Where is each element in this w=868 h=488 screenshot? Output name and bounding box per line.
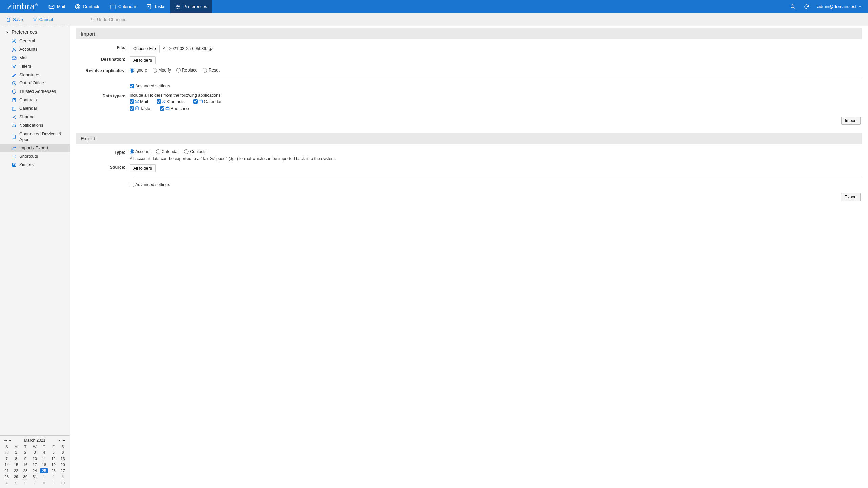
- cancel-button[interactable]: Cancel: [29, 17, 56, 22]
- sidebar-item-notifications[interactable]: Notifications: [0, 121, 70, 130]
- cal-next-month-icon[interactable]: [58, 439, 61, 442]
- tab-contacts[interactable]: Contacts: [70, 0, 105, 13]
- mini-cal-day[interactable]: 19: [49, 462, 58, 468]
- mini-cal-day[interactable]: 4: [39, 449, 49, 455]
- cal-prev-year-icon[interactable]: [4, 439, 7, 442]
- sidebar-item-trusted[interactable]: Trusted Addresses: [0, 87, 70, 96]
- cal-prev-month-icon[interactable]: [8, 439, 12, 442]
- mini-cal-day[interactable]: 6: [21, 480, 30, 486]
- sidebar-item-filters[interactable]: Filters: [0, 62, 70, 71]
- mini-cal-day[interactable]: 17: [30, 462, 40, 468]
- sidebar-item-sharing[interactable]: Sharing: [0, 113, 70, 121]
- mini-cal-dow: S: [2, 444, 12, 449]
- export-advanced-checkbox[interactable]: Advanced settings: [130, 182, 170, 187]
- account-menu[interactable]: admin@domain.test: [817, 4, 861, 9]
- import-button[interactable]: Import: [841, 117, 861, 125]
- search-icon[interactable]: [790, 4, 796, 10]
- choose-file-button[interactable]: Choose File: [130, 45, 160, 53]
- mini-cal-day[interactable]: 10: [30, 455, 40, 462]
- mini-cal-day[interactable]: 10: [58, 480, 67, 486]
- save-button[interactable]: Save: [3, 17, 26, 22]
- sidebar-item-devices[interactable]: Connected Devices & Apps: [0, 130, 70, 144]
- mini-cal-day[interactable]: 2: [49, 474, 58, 480]
- mini-cal-day[interactable]: 5: [12, 480, 21, 486]
- mini-cal-day[interactable]: 1: [39, 474, 49, 480]
- sidebar-item-signatures[interactable]: Signatures: [0, 71, 70, 79]
- sidebar-item-zimlets[interactable]: Zimlets: [0, 161, 70, 169]
- dup-replace-radio[interactable]: Replace: [176, 68, 198, 73]
- mini-cal-day[interactable]: 15: [12, 462, 21, 468]
- import-dest-label: Destination:: [77, 55, 129, 66]
- tab-tasks[interactable]: Tasks: [141, 0, 170, 13]
- sidebar-tree-header[interactable]: Preferences: [0, 27, 70, 37]
- mini-cal-day[interactable]: 7: [30, 480, 40, 486]
- mini-cal-day[interactable]: 11: [39, 455, 49, 462]
- export-type-contacts-radio[interactable]: Contacts: [184, 149, 206, 154]
- mini-cal-day[interactable]: 4: [2, 480, 12, 486]
- mini-cal-day[interactable]: 12: [49, 455, 58, 462]
- export-type-calendar-radio[interactable]: Calendar: [156, 149, 179, 154]
- mini-cal-day[interactable]: 8: [12, 455, 21, 462]
- refresh-icon[interactable]: [804, 4, 810, 10]
- mini-cal-day[interactable]: 30: [21, 474, 30, 480]
- import-app-mail-checkbox[interactable]: [130, 99, 134, 104]
- contacts-icon: [12, 98, 17, 103]
- import-destination-button[interactable]: All folders: [130, 56, 156, 64]
- import-app-briefcase-checkbox[interactable]: [160, 106, 164, 111]
- mini-cal-day[interactable]: 20: [58, 462, 67, 468]
- dup-ignore-radio[interactable]: Ignore: [130, 68, 147, 73]
- mini-cal-title[interactable]: March 2021: [24, 438, 45, 443]
- mini-cal-day[interactable]: 22: [12, 468, 21, 474]
- sidebar-item-out-of-office[interactable]: Out of Office: [0, 79, 70, 87]
- sidebar-item-mail[interactable]: Mail: [0, 54, 70, 62]
- import-app-calendar-checkbox[interactable]: [193, 99, 198, 104]
- tab-preferences[interactable]: Preferences: [170, 0, 212, 13]
- mini-cal-day[interactable]: 9: [21, 455, 30, 462]
- mini-cal-day[interactable]: 3: [30, 449, 40, 455]
- sidebar-item-import-export[interactable]: Import / Export: [0, 144, 70, 152]
- mini-cal-day[interactable]: 9: [49, 480, 58, 486]
- sidebar-item-contacts[interactable]: Contacts: [0, 96, 70, 104]
- sidebar-item-calendar[interactable]: Calendar: [0, 104, 70, 113]
- mini-cal-day[interactable]: 2: [21, 449, 30, 455]
- cal-next-year-icon[interactable]: [62, 439, 65, 442]
- mini-cal-day[interactable]: 8: [39, 480, 49, 486]
- tab-calendar[interactable]: Calendar: [105, 0, 141, 13]
- undo-icon: [90, 17, 95, 22]
- mini-cal-day[interactable]: 7: [2, 455, 12, 462]
- export-type-account-radio[interactable]: Account: [130, 149, 151, 154]
- export-button[interactable]: Export: [841, 193, 861, 201]
- export-source-button[interactable]: All folders: [130, 164, 156, 172]
- import-app-tasks-checkbox[interactable]: [130, 106, 134, 111]
- user-icon: [12, 47, 17, 52]
- mini-cal-day[interactable]: 27: [58, 468, 67, 474]
- sidebar-item-general[interactable]: General: [0, 37, 70, 45]
- mini-cal-day[interactable]: 31: [30, 474, 40, 480]
- mini-cal-day[interactable]: 13: [58, 455, 67, 462]
- mini-cal-day[interactable]: 5: [49, 449, 58, 455]
- mini-cal-day[interactable]: 6: [58, 449, 67, 455]
- mini-cal-day[interactable]: 14: [2, 462, 12, 468]
- mini-cal-day[interactable]: 29: [12, 474, 21, 480]
- mini-cal-day[interactable]: 26: [49, 468, 58, 474]
- dup-reset-radio[interactable]: Reset: [203, 68, 220, 73]
- brand-logo[interactable]: zimbra®: [7, 1, 38, 12]
- import-app-contacts-checkbox[interactable]: [157, 99, 161, 104]
- undo-button[interactable]: Undo Changes: [87, 17, 130, 22]
- mini-cal-day[interactable]: 21: [2, 468, 12, 474]
- mini-cal-day[interactable]: 28: [2, 474, 12, 480]
- import-advanced-checkbox[interactable]: Advanced settings: [130, 84, 170, 88]
- mini-cal-day[interactable]: 24: [30, 468, 40, 474]
- mini-cal-day[interactable]: 28: [2, 449, 12, 455]
- dup-modify-radio[interactable]: Modify: [153, 68, 171, 73]
- mini-cal-day[interactable]: 18: [39, 462, 49, 468]
- mini-cal-day[interactable]: 16: [21, 462, 30, 468]
- sidebar-item-shortcuts[interactable]: Shortcuts: [0, 152, 70, 161]
- tab-mail[interactable]: Mail: [44, 0, 70, 13]
- mini-cal-day[interactable]: 25: [39, 468, 49, 474]
- mini-cal-day[interactable]: 3: [58, 474, 67, 480]
- sidebar-item-accounts[interactable]: Accounts: [0, 45, 70, 54]
- mini-cal-day[interactable]: 23: [21, 468, 30, 474]
- import-dup-label: Resolve duplicates:: [77, 66, 129, 75]
- mini-cal-day[interactable]: 1: [12, 449, 21, 455]
